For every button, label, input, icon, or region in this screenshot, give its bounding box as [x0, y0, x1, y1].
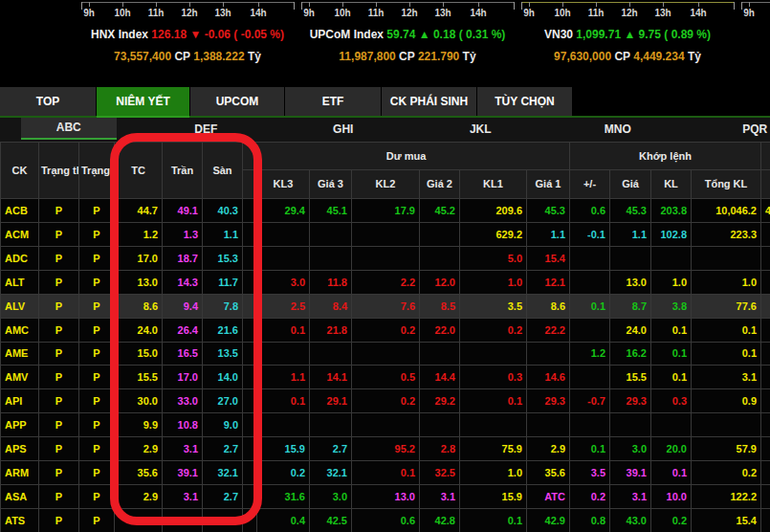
- table-row[interactable]: ACMPP1.21.31.1629.21.1-0.11.1102.8223.3: [1, 222, 770, 246]
- tran-cell: 26.4: [163, 318, 203, 342]
- tran-cell: 33.0: [163, 389, 203, 413]
- time-axis-label: 13h: [428, 8, 458, 18]
- status-thq-cell: P: [79, 437, 115, 461]
- ticker-cell[interactable]: AMV: [1, 366, 39, 389]
- san-cell: 14.0: [203, 366, 243, 389]
- ticker-cell[interactable]: APP: [1, 413, 39, 437]
- gia1-cell: 8.6: [527, 294, 570, 318]
- col-header-partial: [761, 170, 770, 199]
- table-row[interactable]: APIPP30.033.027.00.129.10.229.20.129.3-0…: [1, 389, 770, 413]
- group-header-khop-lenh: Khớp lệnh: [570, 143, 761, 170]
- gia3-cell: 21.8: [310, 318, 352, 342]
- table-row[interactable]: ALVPP8.69.47.82.58.47.68.53.58.60.18.73.…: [1, 294, 770, 318]
- up-arrow-icon: ▲: [624, 28, 635, 41]
- change-cell: [570, 246, 610, 270]
- filter-abc[interactable]: ABC: [0, 118, 138, 142]
- ticker-cell[interactable]: API: [1, 389, 39, 413]
- filter-mno[interactable]: MNO: [549, 118, 687, 142]
- ticker-cell[interactable]: ACB: [1, 199, 39, 223]
- kl3-cell: 29.4: [257, 199, 310, 223]
- tab-upcom[interactable]: UPCOM: [190, 87, 284, 116]
- ticker-cell[interactable]: ACM: [1, 222, 39, 246]
- ticker-cell[interactable]: ALV: [1, 294, 39, 318]
- total-volume-cell: 1.0: [692, 270, 761, 294]
- gia1-cell: 29.3: [527, 389, 570, 413]
- status-thq-cell: P: [79, 461, 115, 485]
- ticker-cell[interactable]: AME: [1, 342, 39, 366]
- status-gd-cell: P: [39, 342, 79, 366]
- hour-tick: [258, 2, 259, 7]
- gia1-cell: 45.3: [527, 199, 570, 223]
- hour-tick: [629, 2, 630, 7]
- kl2-cell: 0.6: [352, 508, 420, 532]
- tab-ck-phai-sinh[interactable]: CK PHÁI SINH: [382, 87, 476, 116]
- tc-cell: 9.9: [115, 413, 163, 437]
- matched-price-cell: 39.1: [610, 461, 651, 485]
- table-row[interactable]: ACBPP44.749.140.329.445.117.945.2209.645…: [1, 199, 770, 223]
- matched-price-cell: 1.1: [610, 222, 651, 246]
- total-volume-cell: 3.1: [692, 366, 761, 389]
- total-volume-cell: 0.2: [692, 461, 761, 485]
- kl2-cell: 0.2: [352, 318, 420, 342]
- change-cell: [570, 366, 610, 389]
- kl2-cell: 95.2: [352, 437, 420, 461]
- ticker-cell[interactable]: ADC: [1, 246, 39, 270]
- tab-niem-yet[interactable]: NIÊM YẾT: [97, 87, 189, 116]
- total-volume-cell: 122.2: [692, 485, 761, 509]
- index-value: 126.18: [151, 28, 189, 41]
- filter-active-chip: ABC: [21, 118, 117, 140]
- index-panel-upcom: 9h10h11h12h13h14hUPCoM Index 59.74 ▲ 0.1…: [301, 0, 514, 87]
- tab-top[interactable]: TOP: [0, 87, 96, 116]
- hour-tick: [663, 2, 664, 7]
- partial-cell: [761, 270, 770, 294]
- table-row[interactable]: APSPP2.93.12.715.92.795.22.875.92.90.13.…: [1, 437, 770, 461]
- filter-ghi[interactable]: GHI: [275, 118, 412, 142]
- table-row[interactable]: AMVPP15.517.014.01.114.10.514.40.314.615…: [1, 366, 770, 389]
- san-cell: 1.1: [203, 222, 243, 246]
- gia2-cell: [420, 246, 460, 270]
- table-row[interactable]: AMEPP15.016.513.51.216.20.10.1: [1, 342, 770, 366]
- table-row[interactable]: ATSPP42.246.438.00.442.50.642.80.142.90.…: [1, 508, 770, 532]
- partial-cell: [761, 222, 770, 246]
- kl2-cell: 0.1: [352, 461, 420, 485]
- ticker-cell[interactable]: ALT: [1, 270, 39, 294]
- time-axis-line: [81, 2, 294, 3]
- ticker-cell[interactable]: ATS: [1, 508, 39, 532]
- kl1-cell: 15.9: [460, 485, 527, 509]
- tc-cell: 24.0: [115, 318, 163, 342]
- gia2-cell: 8.5: [420, 294, 460, 318]
- spacer-cell: [243, 246, 257, 270]
- table-row[interactable]: APPPP9.910.89.0: [1, 413, 770, 437]
- tab-etf[interactable]: ETF: [285, 87, 381, 116]
- tc-cell: 1.2: [115, 222, 163, 246]
- ticker-cell[interactable]: APS: [1, 437, 39, 461]
- col-header-kl: KL: [651, 170, 692, 199]
- tran-cell: 3.1: [163, 437, 203, 461]
- gia2-cell: [420, 342, 460, 366]
- ticker-cell[interactable]: ASA: [1, 485, 39, 509]
- spacer-cell: [243, 199, 257, 223]
- table-row[interactable]: AMCPP24.026.421.60.121.80.222.00.222.224…: [1, 318, 770, 342]
- gia1-cell: 35.6: [527, 461, 570, 485]
- filter-pqr[interactable]: PQR: [687, 118, 770, 142]
- col-header-trang-thai-thq: Trạng thái THQ: [79, 143, 115, 199]
- spacer-cell: [243, 389, 257, 413]
- filter-jkl[interactable]: JKL: [412, 118, 550, 142]
- table-row[interactable]: ARMPP35.639.132.10.232.10.132.51.035.63.…: [1, 461, 770, 485]
- matched-volume-cell: 0.3: [651, 389, 692, 413]
- table-row[interactable]: ALTPP13.014.311.73.011.82.212.01.012.113…: [1, 270, 770, 294]
- gia1-cell: [527, 413, 570, 437]
- ticker-cell[interactable]: ARM: [1, 461, 39, 485]
- table-row[interactable]: ADCPP17.018.715.35.015.4: [1, 246, 770, 270]
- matched-volume-cell: 0.2: [651, 508, 692, 532]
- tc-cell: 2.9: [115, 485, 163, 509]
- table-row[interactable]: ASAPP2.93.12.731.63.013.03.115.9ATC0.23.…: [1, 485, 770, 509]
- filter-def[interactable]: DEF: [138, 118, 275, 142]
- status-thq-cell: P: [79, 294, 115, 318]
- gia2-cell: 12.0: [420, 270, 460, 294]
- matched-volume-cell: 20.0: [651, 437, 692, 461]
- ticker-cell[interactable]: AMC: [1, 318, 39, 342]
- tab-tuy-chon[interactable]: TÙY CHỌN: [477, 87, 572, 116]
- kl1-cell: 75.9: [460, 437, 527, 461]
- time-axis-label: 14h: [463, 8, 494, 18]
